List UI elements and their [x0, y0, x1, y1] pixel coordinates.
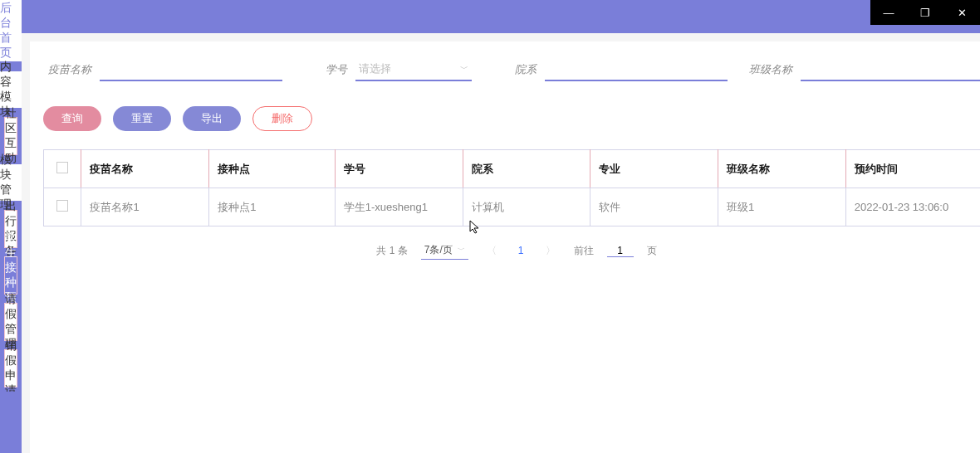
- window-minimize[interactable]: —: [870, 0, 907, 25]
- cell-vaccine: 疫苗名称1: [81, 188, 209, 226]
- filter-select-sid[interactable]: 请选择 ﹀: [355, 58, 472, 81]
- cell-major: 软件: [590, 188, 718, 226]
- sidebar-section-module[interactable]: 模块管理: [0, 164, 22, 201]
- pagination-current[interactable]: 1: [515, 245, 527, 256]
- sidebar-item-leave[interactable]: 请假管理: [4, 303, 17, 341]
- window-maximize[interactable]: ❐: [907, 0, 943, 25]
- pagination-next[interactable]: 〉: [541, 244, 561, 258]
- cell-class: 班级1: [718, 188, 845, 226]
- th-class: 班级名称: [718, 150, 845, 188]
- filter-label-dept: 院系: [488, 62, 537, 77]
- topbar: [22, 0, 980, 33]
- chevron-down-icon: ﹀: [460, 63, 468, 75]
- cell-dept: 计算机: [463, 188, 590, 226]
- th-vaccine: 疫苗名称: [81, 150, 209, 188]
- table-row[interactable]: 疫苗名称1 接种点1 学生1-xuesheng1 计算机 软件 班级1 2022…: [44, 188, 981, 226]
- chevron-down-icon: ﹀: [458, 245, 465, 256]
- pagination-goto-pre: 前往: [574, 244, 594, 258]
- sidebar-section-content[interactable]: 内容模块: [0, 71, 22, 108]
- pagination-total: 共 1 条: [376, 244, 407, 258]
- th-dept: 院系: [463, 150, 590, 188]
- reset-button[interactable]: 重置: [113, 106, 171, 131]
- pagination: 共 1 条 7条/页 ﹀ 〈 1 〉 前往 页: [43, 241, 980, 260]
- checkbox-row[interactable]: [56, 200, 68, 212]
- th-time: 预约时间: [845, 150, 980, 188]
- pagination-goto-input[interactable]: [607, 245, 634, 257]
- filter-label-class: 班级名称: [744, 62, 792, 77]
- th-sid: 学号: [335, 150, 463, 188]
- export-button[interactable]: 导出: [183, 106, 241, 131]
- sidebar-item-cancel-leave[interactable]: 销假申请: [4, 349, 17, 387]
- pagination-prev[interactable]: 〈: [482, 244, 502, 258]
- delete-button[interactable]: 删除: [252, 106, 312, 131]
- pagination-size-select[interactable]: 7条/页 ﹀: [421, 241, 468, 260]
- th-point: 接种点: [209, 150, 336, 188]
- cell-sid: 学生1-xuesheng1: [335, 188, 463, 226]
- data-table: 疫苗名称 接种点 学号 院系 专业 班级名称 预约时间 疫苗名称1: [43, 149, 980, 226]
- filter-label-vaccine: 疫苗名称: [43, 62, 91, 77]
- filter-input-dept[interactable]: [545, 58, 728, 81]
- sidebar-item-vaccine[interactable]: 学生接种预约: [4, 256, 17, 295]
- sidebar-item-community[interactable]: 社区互动: [4, 117, 17, 155]
- filter-label-sid: 学号: [299, 62, 347, 77]
- cell-point: 接种点1: [209, 188, 336, 226]
- filter-input-vaccine[interactable]: [100, 58, 282, 81]
- cell-time: 2022-01-23 13:06:0: [845, 188, 980, 226]
- checkbox-all[interactable]: [56, 162, 68, 173]
- sidebar-home[interactable]: 后台首页: [0, 0, 22, 61]
- sidebar: 后台首页 内容模块 社区互动 模块管理 出行报备 学生接种预约 请假管理 销假申…: [0, 0, 22, 453]
- filter-input-class[interactable]: [801, 58, 980, 81]
- query-button[interactable]: 查询: [43, 106, 101, 131]
- content-area: 疫苗名称 学号 请选择 ﹀ 院系 班级名称: [30, 41, 980, 453]
- pagination-goto-post: 页: [647, 244, 657, 258]
- filter-select-placeholder: 请选择: [359, 61, 391, 76]
- window-close[interactable]: ✕: [943, 0, 980, 25]
- table-scroll[interactable]: 疫苗名称 接种点 学号 院系 专业 班级名称 预约时间 疫苗名称1: [43, 149, 980, 226]
- th-major: 专业: [590, 150, 718, 188]
- sidebar-filler: [0, 392, 22, 453]
